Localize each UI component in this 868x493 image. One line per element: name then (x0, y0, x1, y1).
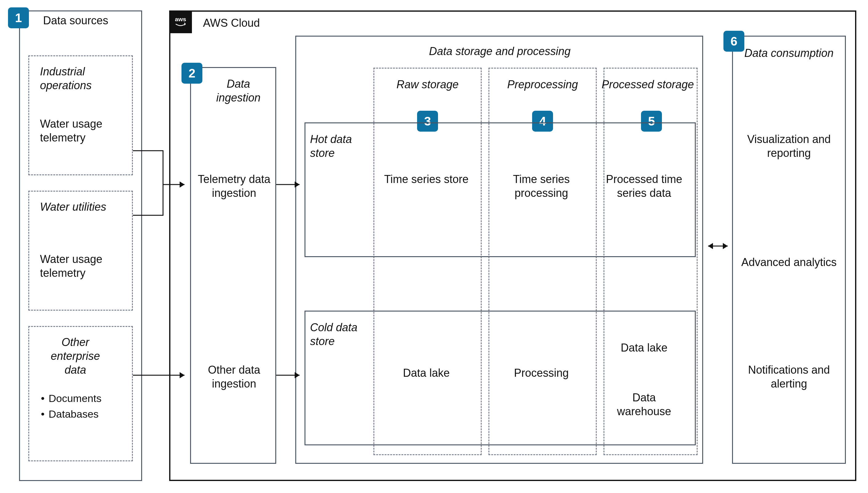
storage-processing-title: Data storage and processing (369, 44, 631, 58)
industrial-operations-heading: Industrial operations (40, 65, 111, 92)
other-enterprise-bullets: •Documents •Databases (37, 391, 102, 422)
aws-cloud-title: AWS Cloud (203, 16, 283, 30)
data-ingestion-container (190, 67, 276, 464)
bullet-documents: Documents (49, 391, 102, 406)
badge-2: 2 (181, 63, 202, 84)
water-utilities-item: Water usage telemetry (40, 252, 117, 280)
architecture-diagram: 1 Data sources Industrial operations Wat… (0, 0, 868, 493)
other-enterprise-heading: Other enterprise data (40, 335, 111, 377)
data-sources-title: Data sources (43, 14, 123, 27)
aws-logo-icon: aws (169, 10, 192, 33)
cold-data-store-title: Cold data store (310, 320, 365, 348)
cold-raw-label: Data lake (380, 366, 473, 380)
data-consumption-container (732, 36, 846, 464)
bullet-databases: Databases (49, 406, 99, 422)
hot-pre-label: Time series processing (495, 172, 587, 200)
data-ingestion-title: Data ingestion (206, 77, 271, 105)
badge-1: 1 (8, 7, 29, 28)
cold-proc-bottom-label: Data warehouse (607, 391, 681, 418)
telemetry-ingestion-label: Telemetry data ingestion (196, 172, 273, 200)
consumption-alerting-label: Notifications and alerting (738, 363, 840, 391)
preprocessing-heading: Preprocessing (489, 78, 597, 91)
water-utilities-heading: Water utilities (40, 200, 111, 214)
consumption-analytics-label: Advanced analytics (738, 255, 840, 269)
svg-text:aws: aws (175, 16, 186, 22)
industrial-operations-item: Water usage telemetry (40, 117, 117, 145)
other-ingestion-label: Other data ingestion (196, 363, 273, 391)
consumption-viz-label: Visualization and reporting (738, 132, 840, 160)
hot-proc-label: Processed time series data (598, 172, 690, 200)
data-consumption-title: Data consumption (738, 46, 840, 60)
hot-data-store-title: Hot data store (310, 132, 365, 160)
raw-storage-heading: Raw storage (373, 78, 482, 91)
cold-pre-label: Processing (495, 366, 587, 380)
hot-raw-label: Time series store (380, 172, 473, 186)
cold-proc-top-label: Data lake (607, 341, 681, 355)
processed-storage-heading: Processed storage (594, 78, 702, 91)
